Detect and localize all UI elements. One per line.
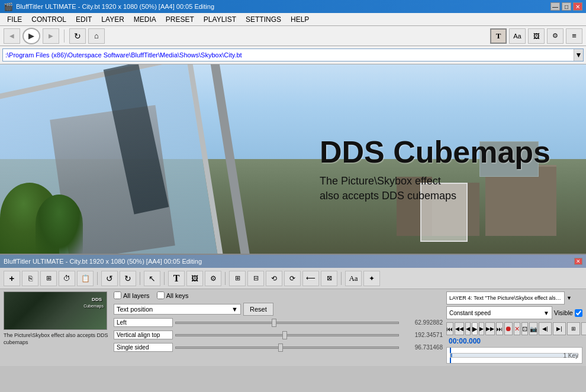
address-bar[interactable]: :\Program Files (x86)\Outerspace Softwar… <box>2 48 584 61</box>
property-dropdown[interactable]: Text position ▼ <box>114 304 241 315</box>
menu-settings[interactable]: SETTINGS <box>241 13 286 25</box>
visible-label[interactable]: Visible <box>554 309 582 317</box>
menu-edit[interactable]: EDIT <box>71 13 96 25</box>
back-button[interactable]: ◀ <box>4 28 20 44</box>
timecode-row: 00:00.000 <box>446 337 582 345</box>
prev-key-button[interactable]: ◀◀ <box>455 322 464 335</box>
link-tool-button[interactable]: ⚙ <box>547 28 564 44</box>
slider-track-1[interactable] <box>175 322 399 324</box>
col-cross-button[interactable]: ⊠ <box>321 271 337 286</box>
maximize-button[interactable]: □ <box>562 2 571 11</box>
all-keys-label[interactable]: All keys <box>157 291 189 299</box>
checkbox-row: All layers All keys <box>114 291 443 299</box>
nav-back-button[interactable]: ◀| <box>539 322 552 335</box>
timeline-track[interactable] <box>450 353 578 358</box>
menu-control[interactable]: CONTROL <box>27 13 71 25</box>
font-style-button[interactable]: Aa <box>345 271 362 286</box>
paste-button[interactable]: 📋 <box>77 271 94 286</box>
address-dropdown[interactable]: ▼ <box>574 49 583 61</box>
record-button[interactable]: ⏺ <box>504 322 513 335</box>
nav-expand-button[interactable]: ⊞ <box>567 322 580 335</box>
menu-layer[interactable]: LAYER <box>96 13 128 25</box>
home-button[interactable]: ⌂ <box>88 28 105 44</box>
all-layers-label[interactable]: All layers <box>114 291 150 299</box>
undo-button[interactable]: ↺ <box>101 271 118 286</box>
slider-track-2[interactable] <box>175 334 399 336</box>
forward-all-button[interactable]: ⏭ <box>496 322 503 335</box>
transport-play-button[interactable]: ▶ <box>472 322 478 335</box>
main-toolbar: ◀ ▶ ▶ ↻ ⌂ T Aa 🖼 ⚙ ≡ <box>0 26 586 46</box>
slider-value-1: 62.992882 <box>401 319 443 326</box>
add-layer-button[interactable]: + <box>4 271 20 286</box>
prev-frame-button[interactable]: ◀ <box>465 322 471 335</box>
title-bar-left: 🎬 BluffTitler ULTIMATE - City.bt 1920 x … <box>4 2 214 11</box>
slider-thumb-1[interactable] <box>272 319 276 327</box>
nav-collapse-button[interactable]: + <box>581 322 586 335</box>
timeline-area[interactable]: 1 Key <box>446 347 582 364</box>
layer-thumbnail: DDS Cubemaps <box>4 291 107 330</box>
menu-help[interactable]: HELP <box>286 13 314 25</box>
col-rotate-right-button[interactable]: ⟳ <box>284 271 301 286</box>
resize-button[interactable]: ⊞ <box>40 271 57 286</box>
key-count-label: 1 Key <box>563 352 578 359</box>
refresh-button[interactable]: ↻ <box>69 28 86 44</box>
image-tool-button[interactable]: 🖼 <box>528 28 545 44</box>
menu-file[interactable]: FILE <box>2 13 27 25</box>
delete-key-button[interactable]: ✕ <box>514 322 520 335</box>
bottom-toolbar: + ⎘ ⊞ ⏱ 📋 ↺ ↻ ↖ T 🖼 ⚙ ⊞ ⊟ ⟲ ⟳ ⟵ ⊠ <box>0 268 586 289</box>
minimize-button[interactable]: — <box>550 2 560 11</box>
clock-button[interactable]: ⏱ <box>59 271 75 286</box>
all-layers-checkbox[interactable] <box>114 291 121 299</box>
all-keys-checkbox[interactable] <box>157 291 165 299</box>
forward-button[interactable]: ▶ <box>43 28 59 44</box>
app-icon: 🎬 <box>4 2 13 11</box>
rewind-all-button[interactable]: ⏮ <box>446 322 453 335</box>
slider-value-2: 192.34571 <box>401 332 443 338</box>
menu-playlist[interactable]: PLAYLIST <box>199 13 241 25</box>
layer-row: LAYER 4: Text "The Picture\Skybox effect… <box>446 291 582 304</box>
align-dropdown-2[interactable]: Vertical align top <box>114 331 173 339</box>
visible-checkbox[interactable] <box>575 309 582 317</box>
next-key-button[interactable]: ▶▶ <box>485 322 495 335</box>
slider-thumb-3[interactable] <box>278 344 283 352</box>
col-move-left-button[interactable]: ⟵ <box>302 271 319 286</box>
fx-button[interactable]: ✦ <box>363 271 380 286</box>
address-text: :\Program Files (x86)\Outerspace Softwar… <box>5 51 581 59</box>
text-layer-button[interactable]: T <box>168 271 185 286</box>
col-delete-button[interactable]: ⊟ <box>247 271 264 286</box>
redo-button[interactable]: ↻ <box>120 271 136 286</box>
copy-layer-button[interactable]: ⎘ <box>22 271 38 286</box>
toolbar-separator-1 <box>64 30 65 43</box>
close-button[interactable]: ✕ <box>573 2 582 11</box>
picture-tool-button[interactable]: Aa <box>509 28 526 44</box>
property-row: Text position ▼ Reset <box>114 303 443 316</box>
play-button[interactable]: ▶ <box>22 28 40 44</box>
slider-track-3[interactable] <box>175 346 399 349</box>
col-rotate-left-button[interactable]: ⟲ <box>266 271 282 286</box>
next-frame-button[interactable]: ▶ <box>479 322 484 335</box>
middle-panel: All layers All keys Text position ▼ Rese… <box>114 291 443 364</box>
menu-preset[interactable]: PRESET <box>161 13 199 25</box>
camera-button[interactable]: 📷 <box>529 322 537 335</box>
layer-select-dropdown[interactable]: LAYER 4: Text "The Picture\Skybox effect… <box>446 291 565 304</box>
loop-button[interactable]: ⊡ <box>521 322 528 335</box>
align-dropdown-1[interactable]: Left <box>114 318 173 327</box>
left-panel: DDS Cubemaps The Picture\Skybox effect a… <box>4 291 110 364</box>
align-dropdown-3[interactable]: Single sided <box>114 343 173 352</box>
bottom-close-button[interactable]: ✕ <box>574 258 582 265</box>
reset-button[interactable]: Reset <box>243 303 273 316</box>
more-button[interactable]: ≡ <box>566 28 582 44</box>
slider-thumb-2[interactable] <box>282 331 287 339</box>
cursor-button[interactable]: ↖ <box>144 271 160 286</box>
col-insert-button[interactable]: ⊞ <box>229 271 246 286</box>
nav-fwd-button[interactable]: ▶| <box>553 322 566 335</box>
settings-layer-button[interactable]: ⚙ <box>205 271 221 286</box>
picture-layer-button[interactable]: 🖼 <box>186 271 203 286</box>
thumbnail-caption: The Picture\Skybox effect also accepts D… <box>4 332 110 346</box>
nav-buttons: ◀| ▶| ⊞ + <box>539 322 586 335</box>
timeline-playhead <box>450 354 452 357</box>
menu-media[interactable]: MEDIA <box>129 13 161 25</box>
toolbar-sep-4 <box>225 272 226 285</box>
text-tool-button[interactable]: T <box>490 28 507 44</box>
speed-dropdown[interactable]: Constant speed ▼ <box>446 306 552 319</box>
